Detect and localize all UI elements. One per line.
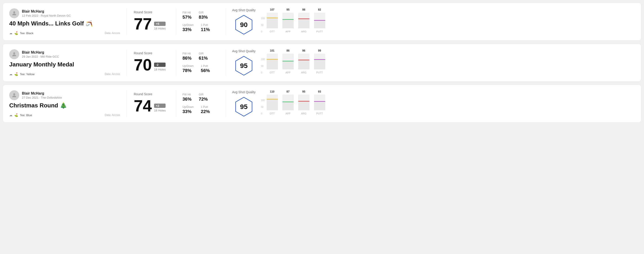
bar-column: 95 ARG <box>298 90 310 115</box>
gir-label: GIR <box>199 52 208 55</box>
card-stats: FW Hit 86% GIR 61% Up/Down 78% 1 Putt 56… <box>176 49 226 76</box>
bar-marker <box>314 101 325 102</box>
bar-value-label: 95 <box>286 8 290 11</box>
score-holes: 18 Holes <box>154 68 166 71</box>
card-quality: Avg Shot Quality 95 100500 101 OTT 86 <box>226 49 635 76</box>
bar-value-label: 86 <box>286 49 290 52</box>
bar-fill <box>282 61 294 69</box>
bar-value-label: 107 <box>270 8 274 11</box>
avatar <box>9 49 19 59</box>
user-row: Blair McHarg 29 Jan 2022 · Mill Ride GCC <box>9 49 120 59</box>
stat-one-putt: 1 Putt 11% <box>201 23 210 32</box>
bar-column: 110 OTT <box>266 90 278 115</box>
bar-wrapper <box>298 54 310 69</box>
card-quality: Avg Shot Quality 95 100500 110 OTT 87 <box>226 90 635 117</box>
bar-category-label: APP <box>286 30 290 33</box>
bar-wrapper <box>266 13 278 28</box>
hexagon: 95 <box>234 56 254 76</box>
avatar <box>9 90 19 100</box>
bar-value-label: 99 <box>318 49 321 52</box>
bar-column: 93 PUTT <box>314 90 325 115</box>
stat-one-putt: 1 Putt 22% <box>201 105 210 114</box>
score-label: Round Score <box>134 92 169 96</box>
bar-column: 95 APP <box>282 8 294 33</box>
bar-category-label: PUTT <box>316 112 323 115</box>
golf-icon: ⛳ <box>14 113 18 117</box>
user-date: 12 Feb 2022 · Royal North Devon GC <box>22 14 71 17</box>
stat-updown: Up/Down 33% <box>182 105 194 114</box>
weather-icon: ☁ <box>9 113 12 117</box>
round-card: Blair McHarg 27 Dec 2021 · The Oxfordshi… <box>3 85 641 123</box>
quality-label: Avg Shot Quality <box>232 49 256 53</box>
bar-value-label: 95 <box>302 90 305 93</box>
one-putt-label: 1 Putt <box>201 64 210 68</box>
one-putt-value: 56% <box>201 68 210 73</box>
bar-wrapper <box>314 95 325 110</box>
bar-marker <box>298 60 310 60</box>
round-title: Christmas Round 🎄 <box>9 102 120 109</box>
quality-label: Avg Shot Quality <box>232 8 256 12</box>
bar-wrapper <box>266 54 278 69</box>
user-name: Blair McHarg <box>22 9 71 13</box>
score-label: Round Score <box>134 10 169 14</box>
bar-marker <box>314 59 325 60</box>
updown-label: Up/Down <box>182 105 194 109</box>
one-putt-value: 22% <box>201 109 210 114</box>
score-badge: -2 <box>154 63 166 67</box>
score-badge-col: +5 18 Holes <box>154 22 166 32</box>
hexagon: 95 <box>234 97 254 117</box>
round-card: Blair McHarg 12 Feb 2022 · Royal North D… <box>3 3 641 40</box>
bar-fill <box>298 102 310 110</box>
bar-marker <box>282 102 294 102</box>
bar-category-label: OTT <box>270 112 275 115</box>
chart-y-label: 0 <box>261 30 265 33</box>
gir-label: GIR <box>199 93 208 96</box>
stat-updown: Up/Down 78% <box>182 64 194 73</box>
golf-icon: ⛳ <box>14 31 18 35</box>
tee-info: ☁ ⛳ Tee: Blue <box>9 113 32 117</box>
tee-info: ☁ ⛳ Tee: Yellow <box>9 72 34 76</box>
hexagon-container: Avg Shot Quality 95 <box>232 90 256 117</box>
bar-fill <box>282 102 294 110</box>
stat-gir: GIR 83% <box>199 11 208 20</box>
hexagon: 90 <box>234 15 254 35</box>
score-badge-col: +2 18 Holes <box>154 104 166 114</box>
round-card: Blair McHarg 29 Jan 2022 · Mill Ride GCC… <box>3 44 641 82</box>
stat-fw-hit: FW Hit 57% <box>182 11 192 20</box>
bar-wrapper <box>298 95 310 110</box>
gir-label: GIR <box>199 11 208 14</box>
one-putt-label: 1 Putt <box>201 105 210 109</box>
user-name: Blair McHarg <box>22 50 59 54</box>
tee-info: ☁ ⛳ Tee: Black <box>9 31 34 35</box>
gir-value: 72% <box>199 97 208 102</box>
data-source: Data: Arccos <box>105 114 120 117</box>
score-number: 74 <box>134 98 152 114</box>
bar-fill <box>282 20 294 29</box>
fw-hit-label: FW Hit <box>182 52 192 55</box>
updown-value: 78% <box>182 68 194 73</box>
updown-label: Up/Down <box>182 64 194 68</box>
fw-hit-label: FW Hit <box>182 93 192 96</box>
svg-point-4 <box>13 93 15 95</box>
bar-fill <box>298 60 310 69</box>
chart-y-label: 50 <box>261 106 265 108</box>
score-label: Round Score <box>134 51 169 55</box>
bar-category-label: PUTT <box>316 30 323 33</box>
score-badge-col: -2 18 Holes <box>154 63 166 73</box>
fw-hit-label: FW Hit <box>182 11 192 14</box>
svg-point-0 <box>13 11 15 13</box>
bar-marker <box>314 20 325 21</box>
card-left: Blair McHarg 29 Jan 2022 · Mill Ride GCC… <box>9 49 126 76</box>
bar-marker <box>266 99 278 100</box>
bar-category-label: ARG <box>301 112 306 115</box>
stats-row-top: FW Hit 57% GIR 83% <box>182 11 219 20</box>
bar-fill <box>314 60 325 69</box>
updown-value: 33% <box>182 109 194 114</box>
score-holes: 18 Holes <box>154 27 166 30</box>
chart-y-label: 0 <box>261 71 265 74</box>
updown-label: Up/Down <box>182 23 194 26</box>
bar-column: 99 PUTT <box>314 49 325 74</box>
card-left: Blair McHarg 27 Dec 2021 · The Oxfordshi… <box>9 90 126 117</box>
stat-fw-hit: FW Hit 36% <box>182 93 192 102</box>
user-info: Blair McHarg 12 Feb 2022 · Royal North D… <box>22 9 71 17</box>
